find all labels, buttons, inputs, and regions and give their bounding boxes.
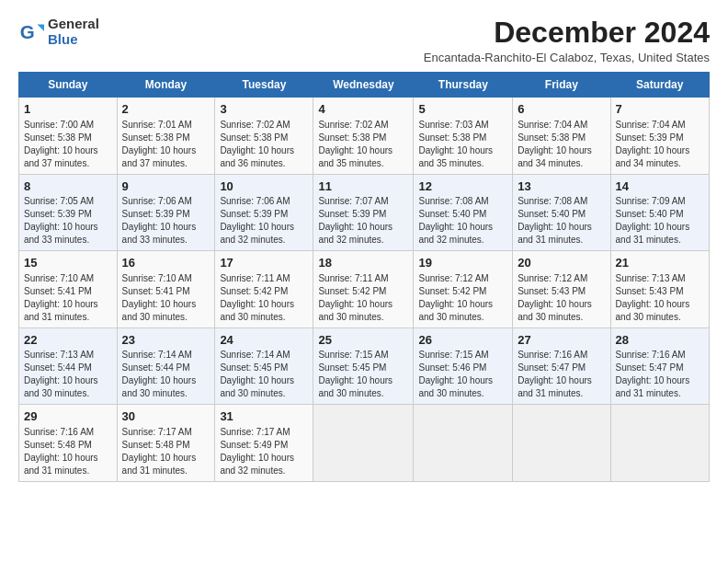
calendar-cell: 21Sunrise: 7:13 AM Sunset: 5:43 PM Dayli… xyxy=(610,251,709,328)
calendar-cell: 13Sunrise: 7:08 AM Sunset: 5:40 PM Dayli… xyxy=(513,174,610,251)
calendar-page: G General Blue December 2024 Encantada-R… xyxy=(0,0,728,493)
svg-text:G: G xyxy=(20,20,35,41)
day-info: Sunrise: 7:02 AM Sunset: 5:38 PM Dayligh… xyxy=(220,119,308,170)
calendar-cell: 15Sunrise: 7:10 AM Sunset: 5:41 PM Dayli… xyxy=(19,251,118,328)
logo: G General Blue xyxy=(18,17,99,47)
header-wednesday: Wednesday xyxy=(313,73,414,98)
calendar-cell: 7Sunrise: 7:04 AM Sunset: 5:39 PM Daylig… xyxy=(610,98,709,175)
day-number: 28 xyxy=(616,332,704,349)
day-number: 12 xyxy=(418,178,507,195)
day-number: 8 xyxy=(24,178,112,195)
day-number: 15 xyxy=(24,255,112,271)
calendar-cell: 26Sunrise: 7:15 AM Sunset: 5:46 PM Dayli… xyxy=(414,327,513,405)
logo-blue: Blue xyxy=(48,32,99,48)
day-info: Sunrise: 7:16 AM Sunset: 5:48 PM Dayligh… xyxy=(24,426,112,477)
header-tuesday: Tuesday xyxy=(215,73,313,98)
day-number: 26 xyxy=(418,332,507,349)
day-info: Sunrise: 7:17 AM Sunset: 5:49 PM Dayligh… xyxy=(220,426,308,477)
calendar-cell: 20Sunrise: 7:12 AM Sunset: 5:43 PM Dayli… xyxy=(513,251,610,328)
day-info: Sunrise: 7:04 AM Sunset: 5:38 PM Dayligh… xyxy=(518,119,605,170)
day-number: 11 xyxy=(318,178,408,195)
calendar-cell xyxy=(513,405,610,482)
calendar-week-3: 15Sunrise: 7:10 AM Sunset: 5:41 PM Dayli… xyxy=(19,251,710,328)
calendar-cell: 12Sunrise: 7:08 AM Sunset: 5:40 PM Dayli… xyxy=(414,174,513,251)
calendar-cell: 3Sunrise: 7:02 AM Sunset: 5:38 PM Daylig… xyxy=(215,98,313,175)
day-info: Sunrise: 7:04 AM Sunset: 5:39 PM Dayligh… xyxy=(616,119,704,170)
day-number: 30 xyxy=(122,408,210,425)
header-thursday: Thursday xyxy=(414,73,513,98)
day-number: 2 xyxy=(122,101,210,118)
calendar-cell: 22Sunrise: 7:13 AM Sunset: 5:44 PM Dayli… xyxy=(19,327,118,405)
day-info: Sunrise: 7:10 AM Sunset: 5:41 PM Dayligh… xyxy=(122,272,210,324)
day-number: 25 xyxy=(318,332,408,349)
day-info: Sunrise: 7:14 AM Sunset: 5:44 PM Dayligh… xyxy=(122,349,210,400)
calendar-cell: 17Sunrise: 7:11 AM Sunset: 5:42 PM Dayli… xyxy=(215,251,313,328)
day-info: Sunrise: 7:01 AM Sunset: 5:38 PM Dayligh… xyxy=(122,119,210,170)
day-number: 13 xyxy=(518,178,605,195)
day-info: Sunrise: 7:12 AM Sunset: 5:43 PM Dayligh… xyxy=(518,272,605,324)
day-info: Sunrise: 7:08 AM Sunset: 5:40 PM Dayligh… xyxy=(418,195,507,247)
day-info: Sunrise: 7:11 AM Sunset: 5:42 PM Dayligh… xyxy=(220,272,308,324)
day-info: Sunrise: 7:03 AM Sunset: 5:38 PM Dayligh… xyxy=(418,119,507,170)
day-number: 18 xyxy=(318,255,408,271)
header-friday: Friday xyxy=(513,73,610,98)
calendar-cell: 29Sunrise: 7:16 AM Sunset: 5:48 PM Dayli… xyxy=(19,405,118,482)
calendar-cell: 9Sunrise: 7:06 AM Sunset: 5:39 PM Daylig… xyxy=(117,174,215,251)
day-info: Sunrise: 7:07 AM Sunset: 5:39 PM Dayligh… xyxy=(318,195,408,247)
day-number: 19 xyxy=(418,255,507,271)
day-info: Sunrise: 7:16 AM Sunset: 5:47 PM Dayligh… xyxy=(616,349,704,400)
logo-icon: G xyxy=(18,19,44,45)
day-number: 16 xyxy=(122,255,210,271)
day-info: Sunrise: 7:16 AM Sunset: 5:47 PM Dayligh… xyxy=(518,349,605,400)
day-number: 4 xyxy=(318,101,408,118)
day-number: 17 xyxy=(220,255,308,271)
header-saturday: Saturday xyxy=(610,73,709,98)
calendar-cell: 28Sunrise: 7:16 AM Sunset: 5:47 PM Dayli… xyxy=(610,327,709,405)
day-number: 23 xyxy=(122,332,210,349)
day-number: 29 xyxy=(24,408,112,425)
day-info: Sunrise: 7:10 AM Sunset: 5:41 PM Dayligh… xyxy=(24,272,112,324)
calendar-cell: 10Sunrise: 7:06 AM Sunset: 5:39 PM Dayli… xyxy=(215,174,313,251)
day-info: Sunrise: 7:06 AM Sunset: 5:39 PM Dayligh… xyxy=(122,195,210,247)
calendar-cell: 27Sunrise: 7:16 AM Sunset: 5:47 PM Dayli… xyxy=(513,327,610,405)
calendar-cell xyxy=(313,405,414,482)
day-info: Sunrise: 7:17 AM Sunset: 5:48 PM Dayligh… xyxy=(122,426,210,477)
logo-text: General Blue xyxy=(48,17,99,47)
calendar-cell: 11Sunrise: 7:07 AM Sunset: 5:39 PM Dayli… xyxy=(313,174,414,251)
calendar-cell: 2Sunrise: 7:01 AM Sunset: 5:38 PM Daylig… xyxy=(117,98,215,175)
day-info: Sunrise: 7:13 AM Sunset: 5:43 PM Dayligh… xyxy=(616,272,704,324)
calendar-table: SundayMondayTuesdayWednesdayThursdayFrid… xyxy=(18,72,710,482)
day-info: Sunrise: 7:06 AM Sunset: 5:39 PM Dayligh… xyxy=(220,195,308,247)
calendar-cell: 16Sunrise: 7:10 AM Sunset: 5:41 PM Dayli… xyxy=(117,251,215,328)
header-row: SundayMondayTuesdayWednesdayThursdayFrid… xyxy=(19,73,710,98)
calendar-cell: 30Sunrise: 7:17 AM Sunset: 5:48 PM Dayli… xyxy=(117,405,215,482)
calendar-week-4: 22Sunrise: 7:13 AM Sunset: 5:44 PM Dayli… xyxy=(19,327,710,405)
day-number: 5 xyxy=(418,101,507,118)
calendar-cell: 31Sunrise: 7:17 AM Sunset: 5:49 PM Dayli… xyxy=(215,405,313,482)
day-number: 22 xyxy=(24,332,112,349)
day-info: Sunrise: 7:02 AM Sunset: 5:38 PM Dayligh… xyxy=(318,119,408,170)
calendar-cell: 1Sunrise: 7:00 AM Sunset: 5:38 PM Daylig… xyxy=(19,98,118,175)
calendar-cell: 5Sunrise: 7:03 AM Sunset: 5:38 PM Daylig… xyxy=(414,98,513,175)
day-info: Sunrise: 7:12 AM Sunset: 5:42 PM Dayligh… xyxy=(418,272,507,324)
day-number: 31 xyxy=(220,408,308,425)
day-info: Sunrise: 7:00 AM Sunset: 5:38 PM Dayligh… xyxy=(24,119,112,170)
calendar-cell xyxy=(610,405,709,482)
svg-marker-1 xyxy=(38,24,44,30)
calendar-cell: 24Sunrise: 7:14 AM Sunset: 5:45 PM Dayli… xyxy=(215,327,313,405)
calendar-week-5: 29Sunrise: 7:16 AM Sunset: 5:48 PM Dayli… xyxy=(19,405,710,482)
day-number: 6 xyxy=(518,101,605,118)
calendar-cell: 6Sunrise: 7:04 AM Sunset: 5:38 PM Daylig… xyxy=(513,98,610,175)
calendar-cell: 25Sunrise: 7:15 AM Sunset: 5:45 PM Dayli… xyxy=(313,327,414,405)
day-number: 20 xyxy=(518,255,605,271)
day-info: Sunrise: 7:14 AM Sunset: 5:45 PM Dayligh… xyxy=(220,349,308,400)
calendar-cell: 14Sunrise: 7:09 AM Sunset: 5:40 PM Dayli… xyxy=(610,174,709,251)
day-number: 7 xyxy=(616,101,704,118)
day-info: Sunrise: 7:15 AM Sunset: 5:45 PM Dayligh… xyxy=(318,349,408,400)
header-sunday: Sunday xyxy=(19,73,118,98)
calendar-cell: 19Sunrise: 7:12 AM Sunset: 5:42 PM Dayli… xyxy=(414,251,513,328)
location-subtitle: Encantada-Ranchito-El Calaboz, Texas, Un… xyxy=(424,51,710,64)
day-info: Sunrise: 7:15 AM Sunset: 5:46 PM Dayligh… xyxy=(418,349,507,400)
day-number: 3 xyxy=(220,101,308,118)
calendar-header: SundayMondayTuesdayWednesdayThursdayFrid… xyxy=(19,73,710,98)
